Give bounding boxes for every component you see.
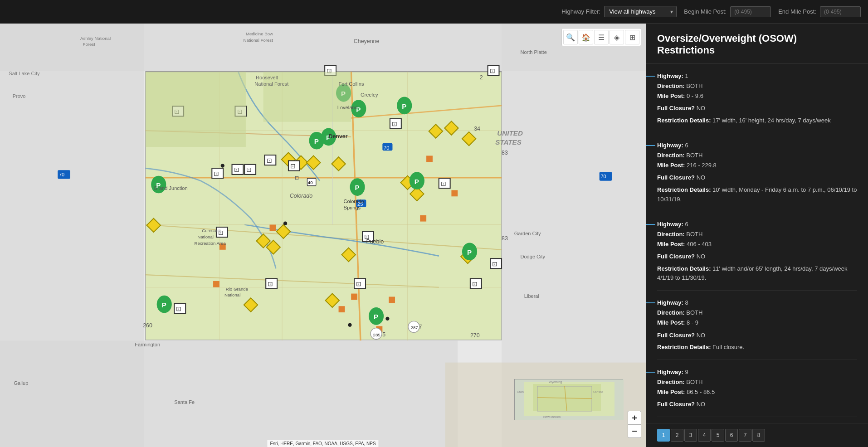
panel-title: Oversize/Overweight (OSOW) Restrictions (646, 24, 868, 64)
highway-filter-select-wrapper[interactable]: View all highways (604, 6, 677, 17)
home-tool-button[interactable]: 🏠 (579, 30, 593, 44)
restriction-item-1: Highway: 1 Direction: BOTH Mile Post: 0 … (657, 64, 857, 133)
svg-text:⊡: ⊡ (234, 166, 239, 173)
restriction-direction-5: Direction: BOTH (657, 377, 857, 387)
svg-text:North Platte: North Platte (520, 49, 546, 55)
search-tool-button[interactable]: 🔍 (563, 30, 578, 44)
restriction-highway-1: Highway: 1 (657, 71, 857, 81)
svg-text:285: 285 (373, 332, 380, 337)
restrictions-list[interactable]: Highway: 1 Direction: BOTH Mile Post: 0 … (646, 64, 868, 423)
begin-mile-post-group: Begin Mile Post: (684, 6, 771, 17)
grid-tool-button[interactable]: ⊞ (625, 30, 639, 44)
page-6-button[interactable]: 6 (725, 429, 738, 442)
minimap: Utah Kansas Wyoming New Mexico (514, 379, 623, 420)
svg-text:Roosevelt: Roosevelt (256, 75, 278, 80)
svg-text:Rio Grande: Rio Grande (226, 287, 248, 292)
main-layout: 70 25 40 2 83 83 34 287 270 260 265 ⊡ (0, 24, 868, 447)
svg-text:Salt Lake City: Salt Lake City (9, 71, 40, 76)
svg-text:New Mexico: New Mexico (543, 415, 561, 418)
page-2-button[interactable]: 2 (671, 429, 683, 442)
svg-text:Colorado: Colorado (344, 199, 364, 204)
svg-text:Santa Fe: Santa Fe (174, 399, 195, 405)
svg-text:National: National (224, 292, 240, 297)
svg-point-124 (348, 323, 351, 327)
svg-rect-112 (426, 155, 433, 162)
restriction-highway-4: Highway: 8 (657, 298, 857, 308)
restriction-closure-1: Full Closure? NO (657, 104, 857, 113)
end-mile-post-input[interactable] (820, 6, 861, 17)
svg-text:⊡: ⊡ (246, 166, 252, 173)
svg-text:⊡: ⊡ (392, 120, 397, 127)
map-attribution: Esri, HERE, Garmin, FAO, NOAA, USGS, EPA… (267, 440, 378, 447)
restriction-item-3: Highway: 6 Direction: BOTH Mile Post: 40… (657, 212, 857, 291)
restriction-closure-4: Full Closure? NO (657, 331, 857, 340)
svg-text:National: National (197, 234, 213, 239)
svg-text:⊡: ⊡ (356, 280, 361, 287)
svg-text:National Forest: National Forest (243, 38, 273, 43)
pagination: 1 2 3 4 5 6 7 8 (646, 423, 868, 447)
svg-text:STATES: STATES (495, 138, 522, 146)
svg-text:UNITED: UNITED (497, 129, 523, 137)
restriction-milepost-1: Mile Post: 0 - 9.6 (657, 91, 857, 101)
svg-text:34: 34 (474, 126, 480, 132)
restriction-milepost-3: Mile Post: 406 - 403 (657, 239, 857, 249)
svg-text:Pueblo: Pueblo (366, 238, 384, 245)
svg-rect-118 (269, 224, 276, 231)
zoom-out-button[interactable]: − (628, 424, 641, 438)
restriction-item-4: Highway: 8 Direction: BOTH Mile Post: 8 … (657, 291, 857, 360)
page-3-button[interactable]: 3 (684, 429, 697, 442)
svg-text:P: P (402, 102, 406, 110)
page-8-button[interactable]: 8 (752, 429, 765, 442)
begin-mile-post-label: Begin Mile Post: (684, 8, 727, 15)
restriction-details-4: Restriction Details: Full closure. (657, 343, 857, 352)
page-5-button[interactable]: 5 (712, 429, 724, 442)
restriction-milepost-2: Mile Post: 216 - 229.8 (657, 160, 857, 170)
svg-text:⊡: ⊡ (176, 305, 181, 312)
svg-text:⊡: ⊡ (441, 180, 446, 187)
svg-text:Curecanti: Curecanti (202, 228, 220, 233)
end-mile-post-label: End Mile Post: (778, 8, 816, 15)
restriction-milepost-4: Mile Post: 8 - 9 (657, 318, 857, 328)
svg-rect-114 (420, 215, 426, 222)
svg-text:Kansas: Kansas (593, 390, 604, 394)
svg-rect-4 (0, 340, 458, 447)
restriction-closure-3: Full Closure? NO (657, 252, 857, 262)
highway-filter-select[interactable]: View all highways (604, 6, 677, 17)
svg-text:P: P (314, 137, 319, 145)
end-mile-post-group: End Mile Post: (778, 6, 861, 17)
svg-text:70: 70 (600, 174, 606, 179)
svg-rect-3 (0, 24, 646, 71)
svg-text:Recreation Area: Recreation Area (195, 241, 226, 246)
page-4-button[interactable]: 4 (698, 429, 711, 442)
top-bar: Highway Filter: View all highways Begin … (0, 0, 868, 24)
restriction-highway-5: Highway: 9 (657, 367, 857, 377)
svg-text:P: P (355, 184, 360, 191)
svg-text:P: P (414, 178, 419, 185)
svg-text:⊡: ⊡ (490, 67, 495, 74)
restriction-direction-3: Direction: BOTH (657, 229, 857, 239)
restriction-direction-4: Direction: BOTH (657, 308, 857, 318)
svg-text:Cheyenne: Cheyenne (354, 38, 380, 44)
layers-tool-button[interactable]: ◈ (610, 30, 624, 44)
svg-text:Utah: Utah (517, 390, 524, 394)
svg-text:Greeley: Greeley (361, 92, 378, 97)
restriction-milepost-5: Mile Post: 86.5 - 86.5 (657, 387, 857, 397)
page-7-button[interactable]: 7 (739, 429, 751, 442)
begin-mile-post-input[interactable] (730, 6, 771, 17)
restriction-closure-2: Full Closure? NO (657, 173, 857, 183)
svg-text:Denver: Denver (328, 133, 347, 140)
svg-text:⊡: ⊡ (268, 280, 273, 287)
svg-text:Colorado: Colorado (290, 193, 313, 199)
page-1-button[interactable]: 1 (657, 429, 670, 442)
svg-rect-120 (213, 281, 219, 287)
list-tool-button[interactable]: ☰ (594, 30, 609, 44)
restriction-details-1: Restriction Details: 17' width, 16' heig… (657, 116, 857, 126)
svg-text:⊡: ⊡ (214, 170, 219, 177)
zoom-in-button[interactable]: + (628, 411, 641, 424)
highway-filter-group: Highway Filter: View all highways (561, 6, 677, 17)
svg-rect-115 (339, 306, 345, 312)
svg-text:⊡: ⊡ (472, 280, 478, 287)
svg-text:⊡: ⊡ (267, 157, 272, 164)
svg-text:Garden City: Garden City (514, 231, 541, 236)
svg-point-125 (385, 317, 389, 321)
